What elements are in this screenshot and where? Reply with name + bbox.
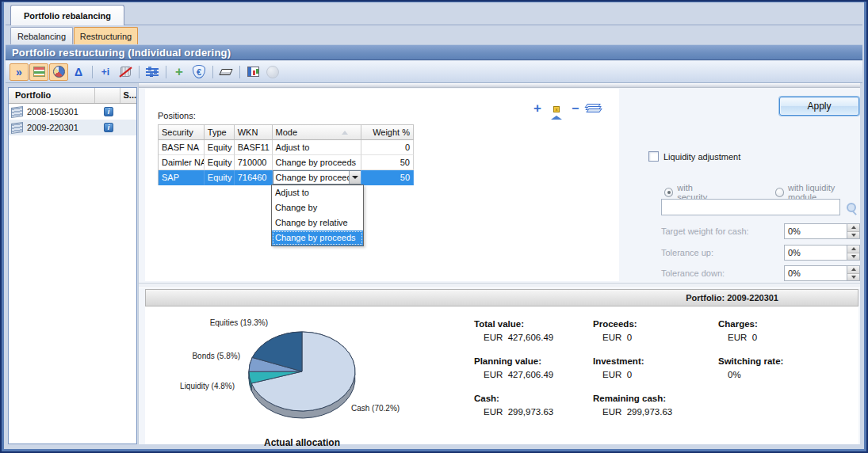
allocation-report-icon — [33, 67, 45, 77]
search-icon[interactable] — [847, 203, 856, 212]
dropdown-item-change-by-relative[interactable]: Change by relative — [272, 215, 363, 230]
column-portfolio[interactable]: Portfolio — [9, 88, 95, 103]
stat-label: Proceeds: — [593, 319, 718, 329]
duplicate-stack-icon[interactable] — [587, 108, 603, 112]
order-book-icon — [247, 67, 259, 77]
security-search-input[interactable] — [661, 199, 840, 215]
stat-value: EUR 427,606.49 — [474, 333, 593, 342]
portfolio-list-header: Portfolio S... — [9, 88, 136, 104]
stat-value: 0% — [718, 370, 845, 379]
sub-tabstrip: Rebalancing Restructuring — [6, 26, 862, 44]
pie-label-cash: Cash (70.2%) — [351, 404, 423, 413]
spin-up-button[interactable] — [847, 224, 859, 232]
application-window: Portfolio rebalancing Rebalancing Restru… — [0, 0, 868, 453]
column-blank[interactable] — [95, 88, 121, 103]
remove-position-icon[interactable]: − — [572, 102, 579, 115]
table-row-daimler[interactable]: Daimler NA Equity 710000 Change by proce… — [159, 155, 414, 170]
column-mode-label: Mode — [276, 128, 298, 137]
tab-restructuring[interactable]: Restructuring — [74, 27, 138, 44]
triangle-up-icon — [851, 226, 856, 229]
stat-label: Charges: — [718, 319, 845, 329]
portfolio-row-2009-220301[interactable]: 2009-220301 i — [9, 120, 136, 135]
spin-down-button[interactable] — [847, 232, 859, 239]
stat-value: EUR 299,973.63 — [593, 407, 718, 417]
delta-button[interactable]: Δ — [69, 63, 88, 81]
toolbar-separator — [212, 66, 213, 78]
sphere-disabled-icon — [266, 66, 279, 78]
allocation-report-button[interactable] — [29, 63, 48, 81]
column-weight[interactable]: Weight % — [361, 125, 414, 140]
horizontal-splitter[interactable] — [139, 283, 860, 288]
cell-type: Equity — [205, 140, 235, 155]
with-security-radio[interactable] — [664, 188, 673, 197]
tab-rebalancing-label: Rebalancing — [17, 32, 66, 41]
portfolio-list-panel: Portfolio S... 2008-150301 i 2009-220301… — [8, 87, 137, 444]
dropdown-item-adjust-to[interactable]: Adjust to — [272, 185, 363, 200]
column-wkn[interactable]: WKN — [235, 125, 273, 140]
cell-wkn: BASF11 — [235, 140, 273, 155]
toolbar-separator — [166, 66, 166, 78]
security-search-row — [661, 199, 856, 215]
expand-button[interactable]: » — [10, 63, 29, 81]
with-liquidity-module-radio[interactable] — [775, 188, 784, 197]
add-position-icon[interactable]: + — [533, 101, 541, 115]
cell-weight: 0 — [361, 140, 414, 155]
mode-combobox[interactable]: Change by proceeds — [273, 170, 361, 185]
spin-down-button[interactable] — [847, 253, 859, 261]
toolbar-separator — [239, 66, 240, 78]
column-mode[interactable]: Mode — [273, 125, 362, 140]
cell-security: BASF NA — [159, 140, 205, 155]
stat-label: Total value: — [474, 319, 593, 329]
stat-value: EUR 0 — [718, 333, 845, 342]
positions-table-header: Security Type WKN Mode Weight % — [159, 125, 414, 140]
combobox-dropdown-button[interactable] — [349, 171, 361, 184]
table-row-sap-selected[interactable]: SAP Equity 716460 Change by proceeds 50 — [159, 170, 414, 185]
tab-portfolio-rebalancing[interactable]: Portfolio rebalancing — [10, 5, 124, 25]
tolerance-down-spinner[interactable]: 0% — [784, 265, 860, 281]
stat-switching-rate: Switching rate:0% — [718, 356, 845, 394]
column-security[interactable]: Security — [159, 125, 205, 140]
pie-label-liquidity: Liquidity (4.8%) — [167, 382, 235, 390]
eraser-button[interactable] — [216, 63, 235, 81]
bank-order-icon[interactable]: x — [550, 102, 563, 114]
info-icon[interactable]: i — [104, 107, 113, 116]
delete-crossed-button[interactable] — [116, 63, 135, 81]
positions-toolbar: + x − — [533, 101, 601, 115]
portfolio-row-2008-150301[interactable]: 2008-150301 i — [9, 104, 136, 120]
spin-down-button[interactable] — [847, 274, 859, 281]
add-green-button[interactable]: + — [170, 63, 189, 81]
order-book-button[interactable] — [243, 63, 262, 81]
table-row-basf[interactable]: BASF NA Equity BASF11 Adjust to 0 — [159, 140, 414, 155]
tolerance-up-label: Tolerance up: — [661, 248, 784, 257]
info-icon[interactable]: i — [104, 123, 113, 132]
stat-label: Cash: — [474, 394, 593, 403]
stat-label: Planning value: — [474, 356, 593, 366]
liquidity-adjustment-checkbox[interactable] — [648, 151, 659, 162]
allocation-pie-chart — [235, 322, 369, 429]
stat-value: EUR 427,606.49 — [474, 370, 593, 379]
cell-type: Equity — [205, 170, 235, 185]
column-status[interactable]: S... — [120, 88, 136, 103]
apply-button[interactable]: Apply — [779, 97, 859, 116]
splitter-strip[interactable] — [139, 83, 860, 88]
dropdown-item-change-by-proceeds[interactable]: Change by proceeds — [272, 230, 363, 246]
stat-label: Switching rate: — [718, 356, 845, 366]
dropdown-item-change-by[interactable]: Change by — [272, 200, 363, 215]
column-type[interactable]: Type — [205, 125, 235, 140]
euro-currency-button[interactable]: € — [189, 63, 208, 81]
cell-mode: Change by proceeds — [273, 155, 362, 170]
target-weight-row: Target weight for cash: 0% — [661, 223, 860, 239]
spin-up-button[interactable] — [847, 266, 859, 274]
tolerance-up-spinner[interactable]: 0% — [784, 245, 860, 261]
tab-rebalancing[interactable]: Rebalancing — [10, 27, 73, 44]
pie-chart-button[interactable] — [49, 63, 68, 81]
add-info-button[interactable]: +i — [96, 63, 115, 81]
spinner-buttons — [847, 224, 859, 238]
triangle-up-icon — [851, 247, 856, 250]
target-weight-spinner[interactable]: 0% — [784, 223, 860, 239]
sliders-button[interactable] — [143, 63, 162, 81]
pie-chart-icon — [53, 66, 65, 78]
mode-combobox-value: Change by proceeds — [273, 171, 349, 184]
stat-remaining-cash: Remaining cash:EUR 299,973.63 — [593, 394, 718, 431]
spin-up-button[interactable] — [847, 246, 859, 253]
